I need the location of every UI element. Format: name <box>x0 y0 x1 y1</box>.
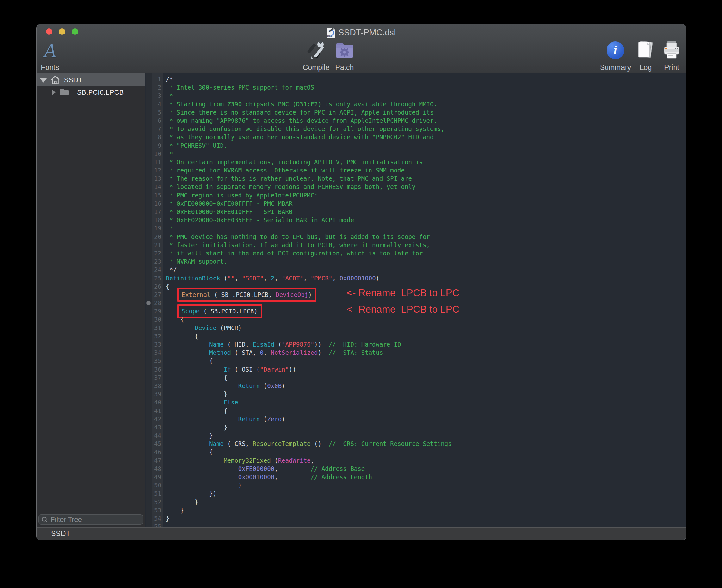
gutter-margin <box>146 498 152 506</box>
gutter-margin <box>146 357 152 365</box>
code-line: 7 * To avoid confusion we disable this d… <box>146 125 686 133</box>
code-token: , <box>311 457 314 464</box>
code-text: 0x00010000, // Address Length <box>163 473 372 481</box>
gutter-margin <box>146 489 152 498</box>
code-line: 49 0x00010000, // Address Length <box>146 473 686 481</box>
code-token: */ <box>166 266 176 273</box>
code-line: 27 External (_SB_.PCI0.LPCB, DeviceObj)<… <box>146 291 686 299</box>
filter-tree-input[interactable] <box>50 515 140 524</box>
folder-icon <box>60 88 69 96</box>
code-token: 0x00001000 <box>339 275 376 282</box>
code-token: { <box>166 283 169 290</box>
change-marker-dot <box>147 301 151 305</box>
code-token: * it will start in the end of PCI config… <box>166 250 423 257</box>
code-token: * Since there is no standard device for … <box>166 109 433 116</box>
gutter-margin <box>146 282 152 291</box>
line-number: 3 <box>152 91 163 100</box>
code-token: ReadWrite <box>278 457 311 464</box>
code-text: * Starting from Z390 chipsets PMC (D31:F… <box>163 100 437 108</box>
code-token: "APP9876" <box>281 341 314 348</box>
sidebar-item-sb-pci0-lpcb[interactable]: _SB.PCI0.LPCB <box>37 86 145 98</box>
compile-button[interactable]: Compile <box>300 38 332 72</box>
line-number: 49 <box>152 473 163 481</box>
code-line: 41 { <box>146 407 686 415</box>
patch-button[interactable]: Patch <box>330 38 359 72</box>
sidebar-item-ssdt[interactable]: SSDT <box>37 74 145 86</box>
code-text: { <box>163 448 213 456</box>
code-line: 8 * as they normally use another non-sta… <box>146 133 686 141</box>
gutter-margin <box>146 307 152 315</box>
line-number: 35 <box>152 357 163 365</box>
code-token: (_OSI ( <box>231 366 260 373</box>
code-token: "" <box>227 275 234 282</box>
code-token: DeviceObj <box>276 291 308 298</box>
document-proxy-icon[interactable]: DSL <box>327 27 335 38</box>
line-number: 43 <box>152 423 163 432</box>
filter-tree-field[interactable] <box>38 514 143 525</box>
title-bar: DSL SSDT-PMC.dsl <box>37 26 686 39</box>
code-text: * located in separate memory regions and… <box>163 183 416 191</box>
code-token: , <box>274 474 311 480</box>
code-token: * <box>166 225 173 232</box>
disclosure-expanded-icon[interactable] <box>40 79 46 83</box>
code-line: 24 */ <box>146 266 686 274</box>
code-token: EisaId <box>253 341 275 348</box>
code-token: { <box>166 448 213 456</box>
line-number: 1 <box>152 75 163 83</box>
line-number: 24 <box>152 266 163 274</box>
code-token <box>166 440 209 447</box>
code-token: "PMCR" <box>311 275 333 282</box>
print-button[interactable]: Print <box>659 38 684 72</box>
code-token: If <box>224 366 231 373</box>
line-number: 32 <box>152 332 163 340</box>
code-token: (PMCR) <box>216 324 242 331</box>
code-token: ) <box>281 416 285 422</box>
gutter-margin <box>146 241 152 249</box>
code-token: Return <box>238 416 260 422</box>
code-line: 32 { <box>146 332 686 340</box>
code-token <box>166 399 224 406</box>
line-number: 2 <box>152 83 163 91</box>
maciasl-window: DSL SSDT-PMC.dsl A Fonts <box>36 24 686 540</box>
code-text: } <box>163 432 213 440</box>
summary-label: Summary <box>600 63 631 72</box>
code-token: DefinitionBlock <box>166 275 220 282</box>
log-label: Log <box>640 63 652 72</box>
log-button[interactable]: Log <box>635 38 657 72</box>
code-line: 1/* <box>146 75 686 83</box>
code-editor[interactable]: 1/*2 * Intel 300-series PMC support for … <box>146 74 686 527</box>
code-token: } <box>166 515 169 522</box>
code-token: , <box>263 349 271 356</box>
code-text: Else <box>163 398 238 406</box>
gutter-margin <box>146 166 152 174</box>
disclosure-collapsed-icon[interactable] <box>51 89 56 96</box>
line-number: 51 <box>152 489 163 498</box>
code-line: 36 If (_OSI ("Darwin")) <box>146 365 686 374</box>
code-token: ) <box>376 275 379 282</box>
code-text: * <box>163 224 173 232</box>
line-number: 27 <box>152 291 163 299</box>
code-line: 16 * 0xFE000000~0xFE00FFFF - PMC MBAR <box>146 200 686 208</box>
code-text: * "PCHRESV" UID. <box>163 142 227 150</box>
printer-icon <box>662 39 681 62</box>
code-line: 37 { <box>146 374 686 382</box>
code-line: 48 0xFE000000, // Address Base <box>146 465 686 473</box>
summary-button[interactable]: i Summary <box>596 38 634 72</box>
line-number: 4 <box>152 100 163 108</box>
code-token: ) <box>166 482 242 489</box>
code-line: 5 * Since there is no standard device fo… <box>146 108 686 117</box>
code-text: * 0xFE000000~0xFE00FFFF - PMC MBAR <box>163 200 292 208</box>
code-token <box>166 465 238 472</box>
line-number: 17 <box>152 208 163 216</box>
fonts-button[interactable]: A Fonts <box>36 38 64 72</box>
rename-annotation: <- Rename LPCB to LPC <box>347 289 460 297</box>
code-line: 35 { <box>146 357 686 365</box>
code-lines: 1/*2 * Intel 300-series PMC support for … <box>146 75 686 527</box>
code-text: { <box>163 332 198 340</box>
line-number: 38 <box>152 382 163 390</box>
code-text: ) <box>163 481 242 489</box>
code-token: } <box>166 499 198 505</box>
line-number: 28 <box>152 299 163 307</box>
code-token: Method <box>209 349 231 356</box>
code-token <box>166 474 238 480</box>
